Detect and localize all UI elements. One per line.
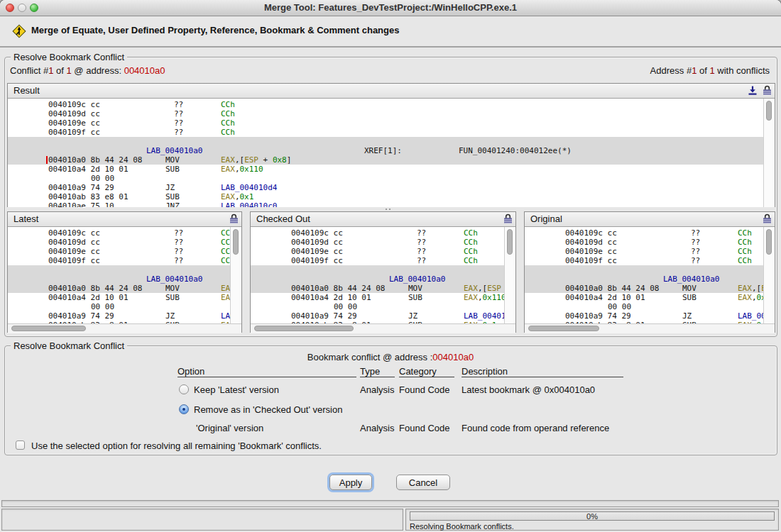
- listing-row[interactable]: 004010a0 8b 44 24 08MOVEAX,[ESP + 0x8]: [8, 155, 764, 165]
- latest-listing[interactable]: 0040109c cc??CCh0040109d cc??CCh0040109e…: [8, 227, 231, 323]
- option-label[interactable]: Remove as in 'Checked Out' version: [194, 404, 342, 415]
- listing-row[interactable]: 0040109f cc??CCh: [525, 256, 764, 265]
- remove-checkedout-radio[interactable]: [179, 404, 189, 414]
- listing-row[interactable]: 00 00: [8, 174, 764, 183]
- cursor-caret: [46, 156, 48, 164]
- listing-row[interactable]: 004010a4 2d 10 01SUBEAX,0x110: [8, 165, 764, 174]
- window-title: Merge Tool: Features_DevTestProject:/Win…: [0, 0, 781, 16]
- scrollbar-thumb[interactable]: [254, 326, 354, 331]
- original-panel: Original 0040109c cc??CCh0040109d cc??CC…: [524, 211, 775, 333]
- listing-row[interactable]: 0040109e cc??CCh: [8, 247, 231, 256]
- listing-row[interactable]: 00 00: [251, 302, 505, 311]
- listing-row[interactable]: 0040109c cc??CCh: [251, 228, 505, 238]
- keep-latest-radio[interactable]: [179, 384, 189, 394]
- listing-row[interactable]: 004010a4 2d 10 01SUBEAX,0x110: [525, 293, 764, 302]
- original-panel-title: Original: [530, 214, 562, 224]
- listing-row[interactable]: 004010a0 8b 44 24 08MOVEAX,[ESP + 0x8]: [525, 284, 764, 293]
- result-panel-header: Result: [8, 84, 775, 99]
- listing-row[interactable]: 0040109e cc??CCh: [8, 118, 764, 128]
- latest-panel-title: Latest: [13, 214, 38, 224]
- listing-row[interactable]: 0040109d cc??CCh: [251, 238, 505, 247]
- listing-row[interactable]: LAB_004010a0XREF[1]:FUN_00401240:004012e…: [8, 275, 231, 284]
- listing-row[interactable]: LAB_004010a0XREF[1]:FUN_00401240:004012e…: [251, 275, 505, 284]
- listing-row[interactable]: 0040109c cc??CCh: [525, 228, 764, 238]
- listing-row[interactable]: LAB_004010a0XREF[1]:FUN_00401240:004012e…: [8, 146, 764, 155]
- checkedout-horizontal-scrollbar[interactable]: [251, 323, 515, 333]
- listing-row[interactable]: 004010a9 74 29JZLAB_004010d4: [8, 311, 231, 321]
- listing-row[interactable]: 004010a9 74 29JZLAB_004010d4: [525, 311, 764, 321]
- result-listing[interactable]: 0040109c cc??CCh0040109d cc??CCh0040109e…: [8, 99, 764, 207]
- listing-row[interactable]: 00 00: [525, 302, 764, 311]
- listing-row[interactable]: 004010a4 2d 10 01SUBEAX,0x110: [8, 293, 231, 302]
- status-left-panel: [1, 509, 403, 531]
- listing-row[interactable]: 0040109e cc??CCh: [525, 247, 764, 256]
- latest-panel: Latest 0040109c cc??CCh0040109d cc??CCh0…: [7, 211, 242, 333]
- listing-row[interactable]: 0040109e cc??CCh: [251, 247, 505, 256]
- lock-icon[interactable]: [763, 214, 772, 228]
- result-panel: Result 00401: [7, 83, 775, 207]
- listing-row[interactable]: 004010ab 83 e8 01SUBEAX,0x1: [8, 192, 764, 201]
- option-category: Found Code: [399, 384, 450, 395]
- progress-bar: 0%: [410, 511, 775, 521]
- listing-row[interactable]: 004010a0 8b 44 24 08MOVEAX,[ESP + 0x8]: [8, 284, 231, 293]
- scrollbar-thumb[interactable]: [11, 326, 86, 331]
- go-to-bottom-icon[interactable]: [748, 85, 758, 100]
- listing-row[interactable]: 0040109d cc??CCh: [525, 238, 764, 247]
- listing-row[interactable]: 0040109d cc??CCh: [8, 238, 231, 247]
- lock-icon[interactable]: [503, 214, 513, 228]
- listing-row[interactable]: [8, 265, 231, 275]
- lock-icon[interactable]: [763, 85, 772, 100]
- scrollbar-thumb[interactable]: [233, 229, 239, 255]
- scrollbar-thumb[interactable]: [507, 229, 513, 255]
- listing-row[interactable]: [251, 265, 505, 275]
- listing-row[interactable]: 0040109f cc??CCh: [8, 128, 764, 137]
- original-vertical-scrollbar[interactable]: [763, 227, 775, 323]
- listing-row[interactable]: 004010ae 75 10JNZLAB_004010c0: [8, 201, 764, 207]
- listing-row[interactable]: 0040109c cc??CCh: [8, 100, 764, 109]
- resolve-all-checkbox-label[interactable]: Use the selected option for resolving al…: [31, 440, 322, 451]
- listing-row[interactable]: 004010a4 2d 10 01SUBEAX,0x110: [251, 293, 505, 302]
- window-titlebar[interactable]: Merge Tool: Features_DevTestProject:/Win…: [0, 0, 781, 16]
- listing-row[interactable]: 004010a0 8b 44 24 08MOVEAX,[ESP + 0x8]: [251, 284, 505, 293]
- latest-vertical-scrollbar[interactable]: [230, 227, 241, 323]
- column-header-category: Category: [399, 366, 454, 377]
- listing-row[interactable]: LAB_004010a0XREF[1]:FUN_00401240:004012e…: [525, 275, 764, 284]
- checkedout-listing[interactable]: 0040109c cc??CCh0040109d cc??CCh0040109e…: [251, 227, 505, 323]
- conflict-group-label: Resolve Bookmark Conflict: [11, 52, 127, 62]
- checkedout-panel: Checked Out 0040109c cc??CCh0040109d cc?…: [250, 211, 516, 333]
- cancel-button[interactable]: Cancel: [396, 475, 450, 490]
- original-listing[interactable]: 0040109c cc??CCh0040109d cc??CCh0040109e…: [525, 227, 764, 323]
- listing-row[interactable]: [8, 137, 764, 146]
- option-type: Analysis: [360, 423, 394, 433]
- listing-row[interactable]: 0040109f cc??CCh: [8, 256, 231, 265]
- listing-row[interactable]: 0040109d cc??CCh: [8, 109, 764, 118]
- merge-sign-icon: [11, 23, 27, 42]
- lock-icon[interactable]: [229, 214, 239, 228]
- checkedout-vertical-scrollbar[interactable]: [504, 227, 515, 323]
- conflict-status-left: Conflict #1 of 1 @ address: 004010a0: [10, 65, 165, 76]
- scrollbar-thumb[interactable]: [766, 101, 772, 121]
- resolve-all-checkbox[interactable]: [16, 440, 25, 450]
- checkedout-panel-header: Checked Out: [251, 212, 515, 227]
- listing-row[interactable]: 004010a9 74 29JZLAB_004010d4: [251, 311, 505, 321]
- listing-row[interactable]: 0040109c cc??CCh: [8, 228, 231, 238]
- checkedout-panel-title: Checked Out: [256, 214, 310, 224]
- option-type: Analysis: [360, 384, 394, 395]
- latest-panel-header: Latest: [8, 212, 241, 227]
- latest-horizontal-scrollbar[interactable]: [8, 323, 241, 333]
- scrollbar-thumb[interactable]: [766, 229, 772, 255]
- original-horizontal-scrollbar[interactable]: [525, 323, 775, 333]
- result-vertical-scrollbar[interactable]: [763, 99, 775, 207]
- option-label[interactable]: Keep 'Latest' version: [194, 384, 279, 395]
- listing-row[interactable]: 004010a9 74 29JZLAB_004010d4: [8, 183, 764, 192]
- apply-button[interactable]: Apply: [329, 475, 372, 490]
- original-listing-body: 0040109c cc??CCh0040109d cc??CCh0040109e…: [525, 227, 775, 323]
- listing-row[interactable]: 0040109f cc??CCh: [251, 256, 505, 265]
- scrollbar-thumb[interactable]: [528, 326, 599, 331]
- column-header-option: Option: [178, 366, 356, 377]
- listing-row[interactable]: [525, 265, 764, 275]
- latest-listing-body: 0040109c cc??CCh0040109d cc??CCh0040109e…: [8, 227, 241, 323]
- listing-row[interactable]: 00 00: [8, 302, 231, 311]
- result-panel-title: Result: [13, 85, 40, 96]
- option-description: Latest bookmark @ 0x004010a0: [462, 384, 595, 395]
